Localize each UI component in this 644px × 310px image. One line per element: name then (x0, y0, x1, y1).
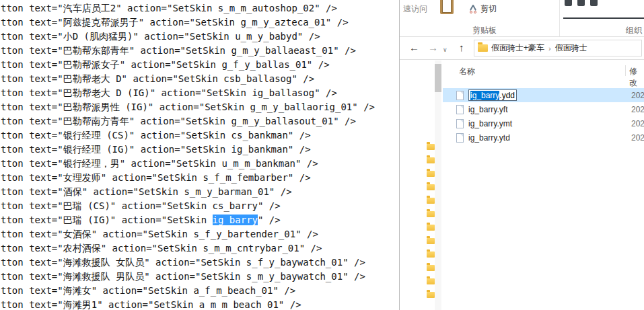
recent-locations-dropdown-icon[interactable]: ∨ (443, 45, 448, 55)
folder-icon[interactable] (427, 144, 435, 150)
folder-icon[interactable] (427, 157, 435, 163)
code-line[interactable]: tton text="巴瑞 (IG)" action="SetSkin ig_b… (1, 213, 399, 227)
folder-icon[interactable] (427, 251, 435, 258)
file-row[interactable]: ig_barry.ytd202 (443, 130, 644, 145)
code-line[interactable]: tton text="女理发师" action="SetSkin s_f_m_f… (1, 171, 399, 185)
scissors-icon (468, 5, 478, 13)
file-icon (456, 105, 464, 114)
folder-icon[interactable] (427, 171, 435, 177)
file-icon (456, 91, 464, 100)
clipboard-paste-icon (440, 0, 454, 14)
code-line[interactable]: tton text="银行经理 (CS)" action="SetSkin cs… (1, 128, 399, 143)
pin-to-quick-access-button[interactable]: 速访问 (403, 3, 427, 15)
breadcrumb-segment[interactable]: 假面骑士 (555, 42, 587, 54)
file-modified-date: 202 (631, 119, 644, 128)
clipboard-group-label: 剪贴板 (464, 25, 505, 36)
file-row[interactable]: ig_barry.yft202 (443, 102, 644, 116)
breadcrumb-segments: 假面骑士+豪车›假面骑士 (491, 42, 587, 54)
explorer-content: 名称 修改 ig_barry.ydd202ig_barry.yft202ig_b… (400, 61, 644, 310)
editor-selected-text: ig_barry (213, 215, 258, 225)
code-line[interactable]: tton text="巴勒帮老大 D" action="SetSkin csb_… (1, 72, 399, 86)
code-line[interactable]: tton text="巴勒帮派女子" action="SetSkin g_f_y… (1, 58, 399, 72)
file-modified-date: 202 (631, 133, 644, 143)
file-rows: ig_barry.ydd202ig_barry.yft202ig_barry.y… (443, 88, 644, 145)
rename-selected-text: ig_barry (470, 91, 499, 100)
code-line[interactable]: tton text="巴勒帮东部青年" action="SetSkin g_m_… (1, 44, 399, 58)
pin-to-quick-access-label: 速访问 (403, 4, 427, 13)
code-line[interactable]: tton text="巴勒帮南方青年" action="SetSkin g_m_… (1, 114, 399, 128)
screen: tton text="汽车店员工2" action="SetSkin s_m_m… (0, 0, 644, 310)
file-name: ig_barry.ytd (468, 133, 510, 143)
cut-label: 剪切 (480, 3, 497, 15)
file-name: ig_barry.yft (468, 105, 507, 114)
code-line[interactable]: tton text="海滩女" action="SetSkin a_f_m_be… (1, 284, 399, 298)
file-icon (456, 133, 464, 143)
folder-icon[interactable] (427, 198, 435, 204)
file-list: 名称 修改 ig_barry.ydd202ig_barry.yft202ig_b… (443, 61, 644, 310)
column-divider[interactable] (625, 65, 626, 76)
folder-icon[interactable] (427, 238, 435, 244)
explorer-ribbon: 速访问 剪切 剪贴板 组织 (400, 0, 644, 37)
cut-button[interactable]: 剪切 (468, 3, 497, 15)
scrollbar-thumb[interactable] (435, 64, 441, 92)
code-line[interactable]: tton text="海滩男1" action="SetSkin a_m_m_b… (1, 298, 399, 310)
code-line[interactable]: tton text="酒保" action="SetSkin s_m_y_bar… (1, 185, 399, 199)
folder-icon[interactable] (427, 225, 435, 231)
column-header-modified[interactable]: 修改 (629, 66, 644, 89)
code-line[interactable]: tton text="巴瑞 (CS)" action="SetSkin cs_b… (1, 199, 399, 213)
code-line[interactable]: tton text="银行经理，男" action="SetSkin u_m_m… (1, 157, 399, 171)
file-modified-date: 202 (631, 105, 644, 114)
code-line[interactable]: tton text="阿兹提克帮派男子" action="SetSkin g_m… (1, 15, 399, 30)
folder-icon[interactable] (427, 211, 435, 217)
breadcrumb-separator-icon: › (548, 44, 551, 52)
text-editor[interactable]: tton text="汽车店员工2" action="SetSkin s_m_m… (0, 0, 399, 310)
file-row[interactable]: ig_barry.ydd202 (443, 88, 644, 102)
code-line[interactable]: tton text="小D (肌肉猛男)" action="SetSkin u_… (1, 30, 399, 44)
file-explorer-window: 速访问 剪切 剪贴板 组织 ← → ∨ ↑ (399, 0, 644, 310)
organize-group-label: 组织 (626, 25, 642, 36)
rename-extension-text: .ydd (499, 91, 515, 100)
code-line[interactable]: tton text="农村酒保" action="SetSkin s_m_m_c… (1, 241, 399, 256)
ribbon-group-separator (559, 0, 560, 36)
folder-icon[interactable] (427, 184, 435, 190)
folder-icon[interactable] (427, 265, 435, 271)
explorer-navbar: ← → ∨ ↑ 假面骑士+豪车›假面骑士 (400, 37, 644, 60)
file-name: ig_barry.ymt (468, 119, 512, 128)
code-line[interactable]: tton text="巴勒帮派男性 (IG)" action="SetSkin … (1, 100, 399, 114)
column-header-name[interactable]: 名称 (459, 66, 475, 77)
rename-input[interactable]: ig_barry.ydd (468, 89, 517, 101)
organize-partial-icons (565, 0, 598, 6)
file-row[interactable]: ig_barry.ymt202 (443, 116, 644, 130)
file-list-header: 名称 修改 (443, 61, 644, 81)
up-icon[interactable]: ↑ (459, 42, 464, 52)
folder-icon[interactable] (427, 292, 435, 298)
editor-lines: tton text="汽车店员工2" action="SetSkin s_m_m… (1, 1, 399, 310)
forward-icon[interactable]: → (428, 42, 438, 52)
code-line[interactable]: tton text="女酒保" action="SetSkin s_f_y_ba… (1, 227, 399, 241)
nav-pane-scrollbar[interactable] (435, 61, 441, 310)
breadcrumb-segment[interactable]: 假面骑士+豪车 (491, 42, 544, 54)
code-line[interactable]: tton text="汽车店员工2" action="SetSkin s_m_m… (1, 1, 399, 15)
navigation-pane (400, 61, 443, 310)
organize-partial-line (563, 17, 644, 19)
file-icon (456, 119, 464, 128)
folder-icon (478, 44, 488, 52)
code-line[interactable]: tton text="海滩救援队 女队员" action="SetSkin s_… (1, 256, 399, 270)
address-bar[interactable]: 假面骑士+豪车›假面骑士 (474, 40, 642, 56)
code-line[interactable]: tton text="巴勒帮老大 D (IG)" action="SetSkin… (1, 86, 399, 100)
back-icon[interactable]: ← (409, 42, 419, 52)
file-modified-date: 202 (631, 91, 644, 100)
folder-icon[interactable] (427, 278, 435, 284)
code-line[interactable]: tton text="海滩救援队 男队员" action="SetSkin s_… (1, 270, 399, 284)
paste-button[interactable] (440, 0, 454, 14)
nav-pane-folders (427, 144, 435, 298)
code-line[interactable]: tton text="银行经理 (IG)" action="SetSkin ig… (1, 143, 399, 157)
